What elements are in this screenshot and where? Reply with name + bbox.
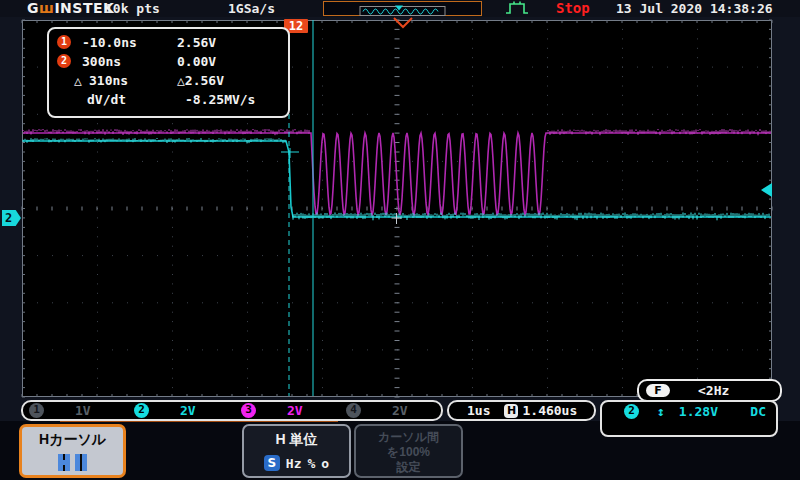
cursor2-row: 2 300ns 0.00V (49, 52, 288, 71)
frequency-icon: F (646, 384, 670, 397)
channel-status-bar: 1 1V 2 2V 3 2V 4 2V (21, 400, 443, 421)
channel1-scale: 1V (75, 403, 91, 418)
timebase-scale: 1us (467, 403, 490, 418)
h-cursor-icon (58, 454, 88, 471)
dvdt-value: -8.25MV/s (185, 90, 255, 109)
h-cursor-label: Hカーソル (22, 431, 123, 449)
cursor2-voltage: 0.00V (177, 52, 216, 71)
h-cursor-button[interactable]: Hカーソル (19, 424, 126, 478)
channel2-status[interactable]: 2 2V (134, 403, 196, 418)
oscilloscope-screen: 12 GшINSTEK 10k pts 1GSa/s Stop 13 Jul 2… (0, 0, 800, 480)
set-100-line1: カーソル間 (356, 430, 461, 445)
delta-voltage: 2.56V (185, 73, 224, 88)
cursor2-badge: 2 (57, 54, 71, 68)
delta-time: 310ns (89, 71, 128, 90)
dc-coupling-icon (157, 406, 172, 415)
channel2-badge: 2 (134, 403, 149, 418)
timebase-status[interactable]: 1us H 1.460us (447, 400, 596, 421)
unit-hz: Hz (286, 456, 302, 471)
channel3-scale: 2V (287, 403, 303, 418)
channel1-badge: 1 (29, 403, 44, 418)
delta-symbol: △ (177, 73, 185, 88)
unit-seconds-selected: S (264, 455, 280, 471)
set-cursors-100-button[interactable]: カーソル間 を100% 設定 (354, 424, 463, 478)
delta-symbol: △ (74, 71, 82, 90)
unit-percent: % (308, 456, 316, 471)
channel4-status[interactable]: 4 2V (346, 403, 408, 418)
h-unit-button[interactable]: H 単位 S Hz % o (242, 424, 351, 478)
horizontal-position-icon: H (504, 404, 518, 418)
trigger-status-row: 2 ↕ 1.28V DC (602, 404, 776, 419)
dc-coupling-icon (52, 406, 67, 415)
frequency-value: <2Hz (698, 383, 729, 398)
horizontal-position-value: 1.460us (522, 403, 577, 418)
h-unit-title: H 単位 (244, 431, 349, 449)
cursor-tag-label: 12 (289, 19, 303, 33)
dc-coupling-icon (264, 406, 279, 415)
dc-coupling-icon (369, 406, 384, 415)
trigger-edge-icon: ↕ (657, 404, 665, 419)
trigger-status[interactable]: 2 ↕ 1.28V DC (600, 400, 778, 437)
set-100-line3: 設定 (356, 460, 461, 475)
trigger-source-badge: 2 (624, 404, 639, 419)
channel3-status[interactable]: 3 2V (241, 403, 303, 418)
cursor-delta-row: △ 310ns △2.56V (49, 71, 288, 90)
dvdt-label: dV/dt (87, 90, 126, 109)
set-100-line2: を100% (356, 445, 461, 460)
channel4-badge: 4 (346, 403, 361, 418)
trigger-coupling: DC (750, 404, 766, 419)
trigger-level-marker[interactable] (761, 183, 772, 197)
cursor1-badge: 1 (57, 35, 71, 49)
frequency-counter: F <2Hz (637, 379, 782, 402)
cursor1-time: -10.0ns (82, 33, 137, 52)
cursor2-time: 300ns (82, 52, 121, 71)
cursor-readout-panel: 1 -10.0ns 2.56V 2 300ns 0.00V △ 310ns △2… (47, 27, 290, 118)
unit-degree: o (321, 456, 329, 471)
trigger-level-value: 1.28V (679, 404, 718, 419)
channel4-scale: 2V (392, 403, 408, 418)
dvdt-row: dV/dt -8.25MV/s (49, 90, 288, 109)
cursor1-row: 1 -10.0ns 2.56V (49, 33, 288, 52)
channel3-badge: 3 (241, 403, 256, 418)
channel1-status[interactable]: 1 1V (29, 403, 91, 418)
cursor1-voltage: 2.56V (177, 33, 216, 52)
h-unit-options: S Hz % o (244, 455, 349, 471)
channel2-scale: 2V (180, 403, 196, 418)
